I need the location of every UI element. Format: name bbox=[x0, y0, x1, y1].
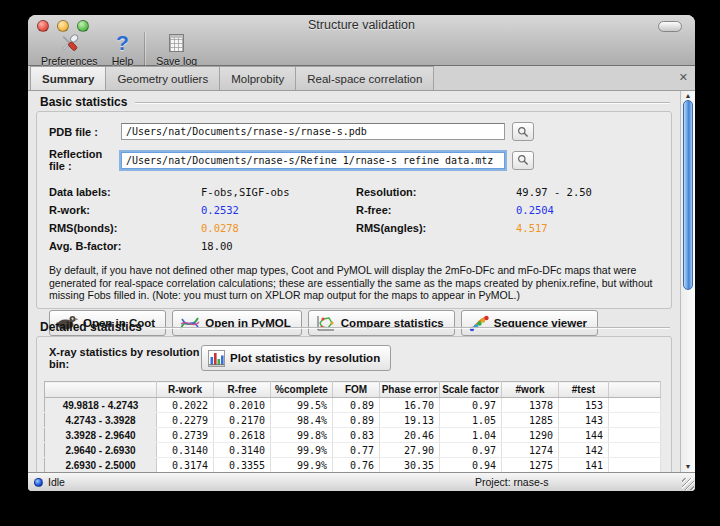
data-labels-label: Data labels: bbox=[49, 186, 201, 198]
rms-bonds-value: 0.0278 bbox=[201, 222, 356, 234]
summary-stats-grid: Data labels: F-obs,SIGF-obs Resolution: … bbox=[49, 183, 659, 255]
resize-grip[interactable] bbox=[682, 478, 694, 490]
open-in-pymol-button[interactable]: Open in PyMOL bbox=[172, 310, 302, 336]
pymol-ribbon-icon bbox=[179, 314, 200, 332]
r-work-label: R-work: bbox=[49, 204, 201, 216]
rms-angles-label: RMS(angles): bbox=[356, 222, 516, 234]
tab-molprobity[interactable]: Molprobity bbox=[219, 66, 296, 90]
header-phase-error[interactable]: Phase error bbox=[380, 382, 440, 398]
plot-statistics-button[interactable]: Plot statistics by resolution bbox=[201, 345, 391, 371]
pdb-file-field[interactable] bbox=[121, 123, 505, 140]
vertical-scrollbar[interactable]: ▲ ▼ bbox=[680, 91, 695, 472]
status-bar: Idle Project: rnase-s bbox=[28, 472, 695, 491]
header-work[interactable]: #work bbox=[502, 382, 559, 398]
browse-reflection-button[interactable] bbox=[512, 151, 534, 170]
rms-angles-value: 4.517 bbox=[516, 222, 659, 234]
preferences-button[interactable]: Preferences bbox=[34, 31, 105, 67]
resolution-bin-label: X-ray statistics by resolution bin: bbox=[49, 346, 201, 370]
r-work-value: 0.2532 bbox=[201, 204, 356, 216]
table-row[interactable]: 4.2743 - 3.3928 0.2279 0.2170 98.4% 0.89… bbox=[45, 413, 661, 428]
table-row[interactable]: 2.9640 - 2.6930 0.3140 0.3140 99.9% 0.77… bbox=[45, 443, 661, 458]
data-labels-value: F-obs,SIGF-obs bbox=[201, 186, 356, 198]
map-note-text: By default, if you have not defined othe… bbox=[49, 264, 661, 302]
rms-bonds-label: RMS(bonds): bbox=[49, 222, 201, 234]
tab-bar: Summary Geometry outliers Molprobity Rea… bbox=[28, 66, 695, 91]
scrollbar-thumb[interactable] bbox=[683, 100, 693, 290]
basic-statistics-heading: Basic statistics bbox=[40, 95, 670, 109]
search-icon bbox=[517, 126, 529, 138]
header-r-work[interactable]: R-work bbox=[157, 382, 214, 398]
scroll-down-icon[interactable]: ▼ bbox=[681, 463, 695, 470]
preferences-icon bbox=[57, 31, 82, 54]
scroll-up-icon[interactable]: ▲ bbox=[681, 92, 695, 99]
structure-validation-window: Structure validation P bbox=[28, 15, 695, 491]
avg-b-factor-label: Avg. B-factor: bbox=[49, 240, 201, 252]
close-tab-icon[interactable]: ✕ bbox=[679, 70, 688, 84]
bar-chart-icon bbox=[208, 350, 225, 367]
search-icon bbox=[517, 154, 529, 166]
toolbar-toggle-button[interactable] bbox=[658, 21, 682, 32]
resolution-stats-table[interactable]: R-work R-free %complete FOM Phase error … bbox=[44, 381, 661, 472]
pdb-file-label: PDB file : bbox=[49, 126, 121, 138]
avg-b-factor-value: 18.00 bbox=[201, 240, 356, 252]
r-free-label: R-free: bbox=[356, 204, 516, 216]
header-r-free[interactable]: R-free bbox=[214, 382, 271, 398]
compare-plot-icon bbox=[315, 314, 336, 332]
compare-statistics-button[interactable]: Compare statistics bbox=[308, 310, 455, 336]
basic-statistics-panel: PDB file : Reflection file : bbox=[36, 111, 672, 309]
titlebar: Structure validation P bbox=[28, 15, 695, 66]
r-free-value: 0.2504 bbox=[516, 204, 659, 216]
window-title: Structure validation bbox=[28, 18, 695, 32]
help-button[interactable]: ? Help bbox=[105, 31, 141, 67]
project-label: Project: rnase-s bbox=[475, 476, 549, 488]
header-scale-factor[interactable]: Scale factor bbox=[440, 382, 502, 398]
header-complete[interactable]: %complete bbox=[271, 382, 333, 398]
header-fom[interactable]: FOM bbox=[333, 382, 380, 398]
table-row[interactable]: 49.9818 - 4.2743 0.2022 0.2010 99.5% 0.8… bbox=[45, 398, 661, 413]
toolbar-divider bbox=[144, 32, 145, 66]
status-led-icon bbox=[34, 478, 43, 487]
table-row[interactable]: 2.6930 - 2.5000 0.3174 0.3355 99.9% 0.76… bbox=[45, 458, 661, 473]
tab-real-space-correlation[interactable]: Real-space correlation bbox=[295, 66, 434, 90]
scroll-area: Basic statistics PDB file : Reflection f bbox=[28, 91, 680, 472]
resolution-value: 49.97 - 2.50 bbox=[516, 186, 659, 198]
sequence-beads-icon bbox=[468, 314, 489, 332]
toolbar: Preferences ? Help Save log bbox=[34, 31, 204, 67]
header-test[interactable]: #test bbox=[559, 382, 609, 398]
resolution-label: Resolution: bbox=[356, 186, 516, 198]
reflection-file-field[interactable] bbox=[121, 152, 505, 169]
table-row[interactable]: 3.3928 - 2.9640 0.2739 0.2618 99.8% 0.83… bbox=[45, 428, 661, 443]
sequence-viewer-button[interactable]: Sequence viewer bbox=[461, 310, 598, 336]
pdb-file-row: PDB file : bbox=[49, 122, 659, 141]
reflection-file-row: Reflection file : bbox=[49, 148, 659, 172]
browse-pdb-button[interactable] bbox=[512, 122, 534, 141]
tab-summary[interactable]: Summary bbox=[30, 66, 106, 90]
action-buttons-row: Open in Coot Open in PyMOL bbox=[49, 310, 671, 336]
header-range[interactable] bbox=[45, 382, 157, 398]
reflection-file-label: Reflection file : bbox=[49, 148, 121, 172]
detailed-statistics-panel: X-ray statistics by resolution bin: Plot… bbox=[36, 336, 672, 472]
tab-geometry-outliers[interactable]: Geometry outliers bbox=[105, 66, 220, 90]
save-log-icon bbox=[169, 31, 184, 54]
resolution-bin-row: X-ray statistics by resolution bin: Plot… bbox=[49, 345, 671, 371]
save-log-button[interactable]: Save log bbox=[149, 31, 204, 67]
status-text: Idle bbox=[48, 476, 65, 488]
content-area: Basic statistics PDB file : Reflection f bbox=[28, 91, 695, 472]
table-header-row: R-work R-free %complete FOM Phase error … bbox=[45, 382, 661, 398]
help-icon: ? bbox=[116, 31, 129, 54]
